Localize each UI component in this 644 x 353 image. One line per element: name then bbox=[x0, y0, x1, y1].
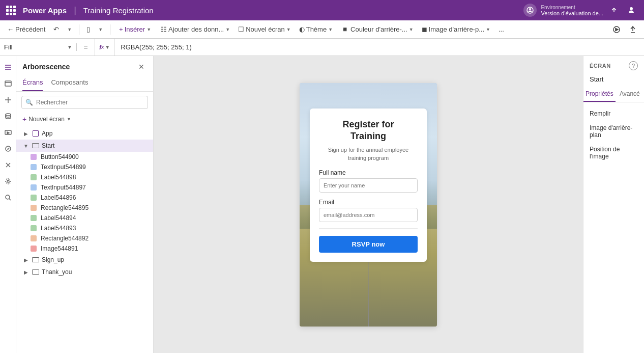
screens-icon-btn[interactable] bbox=[1, 76, 15, 91]
right-panel-header: ÉCRAN ? bbox=[583, 56, 644, 73]
tree-child-label544894[interactable]: Label544894 bbox=[24, 213, 153, 223]
data-icon-btn[interactable] bbox=[1, 109, 15, 123]
tree-item-start[interactable]: ▼ Start ••• bbox=[16, 140, 153, 152]
tree-item-signup[interactable]: ▶ Sign_up bbox=[16, 254, 153, 266]
tree-child-rectangle544892[interactable]: Rectangle544892 bbox=[24, 233, 153, 243]
help-icon[interactable]: ? bbox=[629, 61, 638, 70]
tree-child-textinput544897[interactable]: TextInput544897 bbox=[24, 182, 153, 193]
media-icon-btn[interactable] bbox=[1, 125, 15, 140]
screen-icon bbox=[32, 142, 40, 150]
panel-screen-name: Start bbox=[583, 73, 644, 87]
grid-icon[interactable] bbox=[6, 6, 16, 15]
rectangle-icon bbox=[31, 205, 37, 211]
full-name-input[interactable] bbox=[319, 178, 418, 193]
card-title: Register forTraining bbox=[319, 119, 418, 143]
back-button[interactable]: ← Précédent bbox=[4, 24, 48, 35]
tab-properties[interactable]: Propriétés bbox=[583, 87, 616, 102]
bg-color-label: Couleur d'arrière-... bbox=[350, 25, 407, 33]
new-screen-chevron-icon: ▼ bbox=[286, 27, 291, 32]
tree-item-thankyou[interactable]: ▶ Thank_you bbox=[16, 266, 153, 278]
signup-label: Sign_up bbox=[42, 256, 147, 263]
new-screen-chevron: ▼ bbox=[67, 117, 71, 122]
tab-advanced[interactable]: Avancé bbox=[616, 87, 644, 102]
tree-panel: Arborescence ✕ Écrans Composants 🔍 + Nou… bbox=[16, 56, 154, 353]
theme-button[interactable]: ◐ Thème ▼ bbox=[296, 24, 336, 35]
settings-icon-btn[interactable] bbox=[1, 174, 15, 188]
vars-icon-btn[interactable] bbox=[1, 158, 15, 172]
panel-item-fill[interactable]: Remplir bbox=[583, 106, 644, 121]
bg-color-chevron-icon: ▼ bbox=[409, 27, 414, 32]
property-select[interactable]: Fill bbox=[0, 43, 76, 51]
panel-item-image-position[interactable]: Position de l'image bbox=[583, 142, 644, 164]
tree-child-textinput544899[interactable]: TextInput544899 bbox=[24, 162, 153, 172]
user-icon[interactable] bbox=[625, 4, 638, 17]
tree-child-label544896[interactable]: Label544896 bbox=[24, 193, 153, 203]
expand-icon: ▶ bbox=[22, 257, 30, 263]
child-label: Label544894 bbox=[41, 214, 76, 222]
tree-items: ▶ App ▼ Start ••• Button544900 bbox=[16, 127, 153, 353]
new-screen-label: Nouvel écran bbox=[246, 25, 285, 33]
formula-icon[interactable]: fx ▼ bbox=[95, 39, 114, 56]
tree-child-label544893[interactable]: Label544893 bbox=[24, 223, 153, 233]
insert-label: Insérer bbox=[125, 25, 145, 33]
expand-icon: ▶ bbox=[22, 269, 30, 275]
insert-button[interactable]: + Insérer ▼ bbox=[114, 23, 156, 35]
add-data-button[interactable]: ☷ Ajouter des donn... ▼ bbox=[158, 24, 233, 35]
new-screen-button[interactable]: + Nouvel écran ▼ bbox=[16, 113, 153, 125]
child-label: Button544900 bbox=[41, 153, 79, 160]
tree-child-label544898[interactable]: Label544898 bbox=[24, 172, 153, 182]
undo-icon: ↶ bbox=[53, 25, 59, 33]
new-screen-icon: ☐ bbox=[238, 25, 244, 33]
svg-point-7 bbox=[7, 180, 9, 182]
sidebar-icons bbox=[0, 56, 16, 353]
tree-child-image544891[interactable]: Image544891 bbox=[24, 243, 153, 254]
bg-image-button[interactable]: ◼ Image d'arrière-p... ▼ bbox=[419, 24, 493, 35]
add-data-label: Ajouter des donn... bbox=[168, 25, 224, 33]
panel-item-bg-image[interactable]: Image d'arrière-plan bbox=[583, 121, 644, 142]
rsvp-button[interactable]: RSVP now bbox=[319, 236, 418, 253]
right-panel-tabs: Propriétés Avancé bbox=[583, 87, 644, 102]
undo-button[interactable]: ↶ bbox=[50, 24, 62, 35]
child-label: TextInput544897 bbox=[41, 184, 86, 191]
copy-chevron-icon: ▼ bbox=[98, 27, 103, 32]
formula-input[interactable] bbox=[114, 39, 644, 56]
insert-icon-btn[interactable] bbox=[1, 93, 15, 107]
share-icon[interactable] bbox=[607, 4, 621, 17]
tree-close-button[interactable]: ✕ bbox=[136, 61, 147, 72]
new-screen-label: Nouvel écran bbox=[28, 116, 65, 123]
child-label: Image544891 bbox=[41, 245, 78, 252]
separator-1 bbox=[79, 24, 79, 35]
new-screen-button[interactable]: ☐ Nouvel écran ▼ bbox=[235, 24, 294, 35]
more-button[interactable]: ... bbox=[495, 24, 507, 35]
screen-label: ÉCRAN bbox=[590, 63, 611, 69]
topbar: Power Apps | Training Registration Envir… bbox=[0, 0, 644, 20]
search-input[interactable] bbox=[21, 96, 148, 109]
undo-chevron-button[interactable]: ▼ bbox=[64, 25, 75, 34]
equals-icon: = bbox=[77, 39, 95, 56]
tree-child-button544900[interactable]: Button544900 bbox=[24, 152, 153, 162]
tree-item-app[interactable]: ▶ App bbox=[16, 127, 153, 140]
bg-color-button[interactable]: ◾ Couleur d'arrière-... ▼ bbox=[338, 24, 417, 35]
ai-icon-btn[interactable] bbox=[1, 142, 15, 156]
copy-chevron-button[interactable]: ▼ bbox=[95, 25, 106, 34]
more-label: ... bbox=[499, 25, 504, 33]
expand-icon: ▶ bbox=[22, 131, 30, 137]
tab-screens[interactable]: Écrans bbox=[22, 75, 43, 91]
publish-button[interactable] bbox=[626, 24, 640, 35]
tree-tabs: Écrans Composants bbox=[16, 75, 153, 92]
svg-rect-3 bbox=[5, 81, 11, 86]
child-label: Label544893 bbox=[41, 225, 76, 232]
preview-button[interactable] bbox=[609, 24, 624, 35]
expand-icon: ▼ bbox=[22, 143, 30, 149]
email-label: Email bbox=[319, 199, 418, 206]
tree-child-rectangle544895[interactable]: Rectangle544895 bbox=[24, 203, 153, 213]
tab-components[interactable]: Composants bbox=[51, 75, 88, 91]
copy-button[interactable]: ▯ bbox=[83, 24, 93, 35]
textinput-icon bbox=[31, 164, 37, 170]
label-icon bbox=[31, 225, 37, 231]
menu-icon-btn[interactable] bbox=[1, 60, 15, 74]
search-icon-btn[interactable] bbox=[1, 191, 15, 205]
theme-label: Thème bbox=[306, 25, 327, 33]
email-input[interactable] bbox=[319, 208, 418, 222]
copy-icon: ▯ bbox=[86, 25, 90, 33]
